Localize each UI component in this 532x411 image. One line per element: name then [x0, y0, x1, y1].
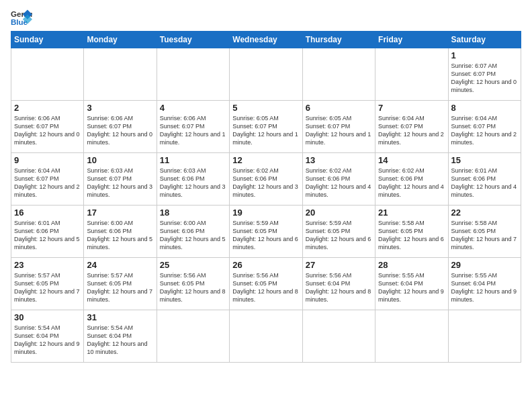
- calendar-cell: 31Sunrise: 5:54 AM Sunset: 6:04 PM Dayli…: [84, 310, 157, 363]
- week-row-2: 9Sunrise: 6:04 AM Sunset: 6:07 PM Daylig…: [11, 153, 521, 205]
- day-number: 5: [232, 103, 299, 113]
- day-number: 16: [14, 208, 81, 218]
- day-number: 19: [232, 208, 299, 218]
- day-info: Sunrise: 6:04 AM Sunset: 6:07 PM Dayligh…: [378, 114, 445, 147]
- day-info: Sunrise: 5:54 AM Sunset: 6:04 PM Dayligh…: [87, 324, 153, 357]
- day-info: Sunrise: 6:02 AM Sunset: 6:06 PM Dayligh…: [306, 167, 372, 199]
- week-row-3: 16Sunrise: 6:01 AM Sunset: 6:06 PM Dayli…: [11, 205, 521, 258]
- day-info: Sunrise: 6:06 AM Sunset: 6:07 PM Dayligh…: [87, 114, 153, 147]
- calendar-cell: 2Sunrise: 6:06 AM Sunset: 6:07 PM Daylig…: [11, 101, 84, 153]
- calendar-cell: [302, 310, 375, 363]
- day-number: 22: [451, 208, 518, 218]
- day-info: Sunrise: 5:56 AM Sunset: 6:05 PM Dayligh…: [160, 271, 226, 304]
- day-info: Sunrise: 5:58 AM Sunset: 6:05 PM Dayligh…: [451, 219, 518, 252]
- calendar-cell: 9Sunrise: 6:04 AM Sunset: 6:07 PM Daylig…: [11, 153, 84, 205]
- day-info: Sunrise: 6:05 AM Sunset: 6:07 PM Dayligh…: [232, 114, 299, 147]
- calendar-cell: 11Sunrise: 6:03 AM Sunset: 6:06 PM Dayli…: [157, 153, 229, 205]
- day-info: Sunrise: 5:59 AM Sunset: 6:05 PM Dayligh…: [232, 219, 299, 252]
- calendar-cell: 12Sunrise: 6:02 AM Sunset: 6:06 PM Dayli…: [230, 153, 302, 205]
- day-info: Sunrise: 5:58 AM Sunset: 6:05 PM Dayligh…: [378, 219, 445, 252]
- calendar-cell: 8Sunrise: 6:04 AM Sunset: 6:07 PM Daylig…: [448, 101, 521, 153]
- day-number: 21: [378, 208, 445, 218]
- calendar-cell: 3Sunrise: 6:06 AM Sunset: 6:07 PM Daylig…: [84, 101, 157, 153]
- day-number: 9: [14, 155, 81, 165]
- calendar-cell: [302, 48, 375, 101]
- day-number: 10: [87, 155, 153, 165]
- calendar-cell: 15Sunrise: 6:01 AM Sunset: 6:06 PM Dayli…: [448, 153, 521, 205]
- calendar-cell: 24Sunrise: 5:57 AM Sunset: 6:05 PM Dayli…: [84, 258, 157, 310]
- calendar-cell: 27Sunrise: 5:56 AM Sunset: 6:04 PM Dayli…: [302, 258, 375, 310]
- logo-icon: General Blue: [11, 8, 32, 27]
- calendar-cell: 13Sunrise: 6:02 AM Sunset: 6:06 PM Dayli…: [302, 153, 375, 205]
- day-number: 2: [14, 103, 81, 113]
- day-info: Sunrise: 6:04 AM Sunset: 6:07 PM Dayligh…: [451, 114, 518, 147]
- calendar-cell: 1Sunrise: 6:07 AM Sunset: 6:07 PM Daylig…: [448, 48, 521, 101]
- day-number: 15: [451, 155, 518, 165]
- calendar-cell: 7Sunrise: 6:04 AM Sunset: 6:07 PM Daylig…: [375, 101, 448, 153]
- day-info: Sunrise: 6:05 AM Sunset: 6:07 PM Dayligh…: [306, 114, 372, 147]
- day-number: 17: [87, 208, 153, 218]
- weekday-header-row: SundayMondayTuesdayWednesdayThursdayFrid…: [11, 32, 521, 48]
- day-info: Sunrise: 6:02 AM Sunset: 6:06 PM Dayligh…: [378, 167, 445, 199]
- day-number: 18: [160, 208, 226, 218]
- day-info: Sunrise: 6:06 AM Sunset: 6:07 PM Dayligh…: [14, 114, 81, 147]
- weekday-header-wednesday: Wednesday: [230, 32, 302, 48]
- day-number: 3: [87, 103, 153, 113]
- day-info: Sunrise: 5:55 AM Sunset: 6:04 PM Dayligh…: [378, 271, 445, 304]
- calendar-cell: [375, 48, 448, 101]
- day-number: 1: [451, 50, 518, 60]
- day-info: Sunrise: 5:55 AM Sunset: 6:04 PM Dayligh…: [451, 271, 518, 304]
- calendar-cell: 21Sunrise: 5:58 AM Sunset: 6:05 PM Dayli…: [375, 205, 448, 258]
- day-number: 30: [14, 312, 81, 322]
- day-number: 27: [306, 260, 372, 270]
- calendar-cell: 28Sunrise: 5:55 AM Sunset: 6:04 PM Dayli…: [375, 258, 448, 310]
- day-info: Sunrise: 5:56 AM Sunset: 6:05 PM Dayligh…: [232, 271, 299, 304]
- weekday-header-saturday: Saturday: [448, 32, 521, 48]
- calendar-cell: 20Sunrise: 5:59 AM Sunset: 6:05 PM Dayli…: [302, 205, 375, 258]
- logo: General Blue: [11, 8, 32, 27]
- week-row-1: 2Sunrise: 6:06 AM Sunset: 6:07 PM Daylig…: [11, 101, 521, 153]
- day-number: 31: [87, 312, 153, 322]
- day-number: 8: [451, 103, 518, 113]
- day-number: 20: [306, 208, 372, 218]
- day-info: Sunrise: 5:57 AM Sunset: 6:05 PM Dayligh…: [14, 271, 81, 304]
- weekday-header-tuesday: Tuesday: [157, 32, 229, 48]
- day-info: Sunrise: 6:01 AM Sunset: 6:06 PM Dayligh…: [451, 167, 518, 199]
- day-number: 14: [378, 155, 445, 165]
- calendar-cell: [84, 48, 157, 101]
- day-number: 7: [378, 103, 445, 113]
- day-info: Sunrise: 6:04 AM Sunset: 6:07 PM Dayligh…: [14, 167, 81, 199]
- calendar-cell: 10Sunrise: 6:03 AM Sunset: 6:07 PM Dayli…: [84, 153, 157, 205]
- calendar-cell: 23Sunrise: 5:57 AM Sunset: 6:05 PM Dayli…: [11, 258, 84, 310]
- calendar-cell: 30Sunrise: 5:54 AM Sunset: 6:04 PM Dayli…: [11, 310, 84, 363]
- day-info: Sunrise: 6:03 AM Sunset: 6:07 PM Dayligh…: [87, 167, 153, 199]
- calendar-cell: [448, 310, 521, 363]
- week-row-0: 1Sunrise: 6:07 AM Sunset: 6:07 PM Daylig…: [11, 48, 521, 101]
- weekday-header-sunday: Sunday: [11, 32, 84, 48]
- day-number: 12: [232, 155, 299, 165]
- day-info: Sunrise: 6:01 AM Sunset: 6:06 PM Dayligh…: [14, 219, 81, 252]
- day-info: Sunrise: 6:07 AM Sunset: 6:07 PM Dayligh…: [451, 62, 518, 95]
- day-number: 26: [232, 260, 299, 270]
- day-info: Sunrise: 6:00 AM Sunset: 6:06 PM Dayligh…: [87, 219, 153, 252]
- calendar-cell: 16Sunrise: 6:01 AM Sunset: 6:06 PM Dayli…: [11, 205, 84, 258]
- calendar-cell: 5Sunrise: 6:05 AM Sunset: 6:07 PM Daylig…: [230, 101, 302, 153]
- week-row-4: 23Sunrise: 5:57 AM Sunset: 6:05 PM Dayli…: [11, 258, 521, 310]
- calendar-cell: 14Sunrise: 6:02 AM Sunset: 6:06 PM Dayli…: [375, 153, 448, 205]
- calendar-cell: [11, 48, 84, 101]
- calendar-cell: 26Sunrise: 5:56 AM Sunset: 6:05 PM Dayli…: [230, 258, 302, 310]
- header: General Blue: [11, 8, 521, 27]
- day-number: 23: [14, 260, 81, 270]
- week-row-5: 30Sunrise: 5:54 AM Sunset: 6:04 PM Dayli…: [11, 310, 521, 363]
- calendar-cell: [375, 310, 448, 363]
- day-info: Sunrise: 5:57 AM Sunset: 6:05 PM Dayligh…: [87, 271, 153, 304]
- calendar-cell: 4Sunrise: 6:06 AM Sunset: 6:07 PM Daylig…: [157, 101, 229, 153]
- calendar-page: General Blue SundayMondayTuesdayWednesda…: [0, 0, 532, 411]
- day-info: Sunrise: 5:59 AM Sunset: 6:05 PM Dayligh…: [306, 219, 372, 252]
- calendar-cell: [157, 48, 229, 101]
- day-info: Sunrise: 5:54 AM Sunset: 6:04 PM Dayligh…: [14, 324, 81, 357]
- calendar-cell: 6Sunrise: 6:05 AM Sunset: 6:07 PM Daylig…: [302, 101, 375, 153]
- calendar-cell: 18Sunrise: 6:00 AM Sunset: 6:06 PM Dayli…: [157, 205, 229, 258]
- day-info: Sunrise: 6:06 AM Sunset: 6:07 PM Dayligh…: [160, 114, 226, 147]
- weekday-header-friday: Friday: [375, 32, 448, 48]
